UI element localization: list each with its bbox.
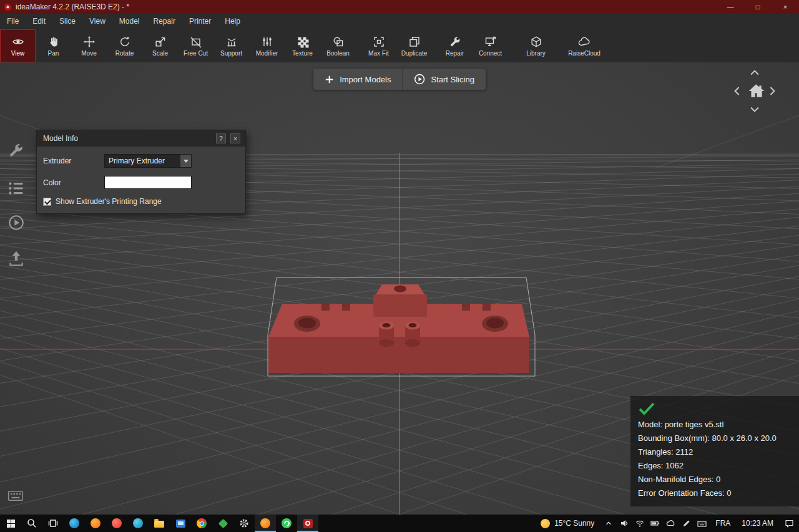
dialog-close-button[interactable]: × (230, 133, 240, 143)
tool-modifier[interactable]: Modifier (249, 29, 285, 62)
rotate-up-button[interactable] (747, 65, 763, 81)
pan-hand-icon (47, 36, 60, 48)
opera-icon (112, 518, 122, 528)
tool-duplicate[interactable]: Duplicate (396, 29, 432, 62)
taskbar-app-whatsapp[interactable] (276, 515, 297, 532)
menu-item-edit[interactable]: Edit (26, 14, 52, 29)
task-view-button[interactable] (42, 515, 64, 532)
language-indicator[interactable]: FRA (710, 519, 736, 528)
menu-item-printer[interactable]: Printer (182, 14, 218, 29)
search-button[interactable] (21, 515, 42, 532)
battery-button[interactable] (647, 515, 663, 532)
menu-item-view[interactable]: View (82, 14, 112, 29)
action-center-button[interactable] (779, 515, 799, 532)
taskbar-app-browser[interactable] (127, 515, 149, 532)
taskbar-app-firefox[interactable] (85, 515, 106, 532)
list-icon (7, 179, 26, 198)
model-3d[interactable] (268, 284, 529, 373)
tool-pan[interactable]: Pan (36, 29, 71, 62)
select-dropdown-arrow-icon[interactable] (180, 155, 191, 167)
dialog-title-bar[interactable]: Model Info ? × (37, 130, 245, 147)
notification-icon (785, 519, 794, 528)
show-hidden-icons-button[interactable] (600, 515, 616, 532)
tool-max-fit[interactable]: Max Fit (361, 29, 396, 62)
taskbar-app-file-explorer[interactable] (149, 515, 170, 532)
wifi-icon (635, 519, 644, 528)
taskbar-app-green[interactable] (212, 515, 233, 532)
model-list-button[interactable] (7, 179, 26, 198)
taskbar-app-firefox-active[interactable] (255, 515, 276, 532)
texture-checker-icon (297, 36, 309, 48)
menu-item-slice[interactable]: Slice (52, 14, 82, 29)
speaker-icon (620, 519, 629, 528)
duplicate-icon (408, 36, 421, 48)
menu-item-file[interactable]: File (0, 14, 26, 29)
touch-keyboard-button[interactable] (694, 515, 710, 532)
start-print-button[interactable] (7, 213, 26, 232)
windows-taskbar: 15°C Sunny FRA 10:23 (0, 515, 799, 532)
clock[interactable]: 10:23 AM (736, 519, 779, 528)
windows-logo-icon (6, 519, 16, 528)
start-button[interactable] (0, 515, 21, 532)
rotate-icon (119, 36, 131, 48)
rotate-down-button[interactable] (747, 101, 763, 117)
play-outline-icon (7, 213, 26, 232)
modifier-sliders-icon (261, 36, 273, 48)
dialog-help-button[interactable]: ? (216, 133, 226, 143)
tool-support[interactable]: Support (213, 29, 249, 62)
tool-scale[interactable]: Scale (142, 29, 178, 62)
extruder-color-swatch[interactable] (104, 176, 192, 189)
status-model-name: Model: porte tiges v5.stl (638, 418, 792, 432)
tool-boolean[interactable]: Boolean (320, 29, 356, 62)
ideamaker-icon (303, 519, 313, 528)
color-label: Color (43, 178, 104, 187)
tool-repair[interactable]: Repair (437, 29, 473, 62)
menu-item-help[interactable]: Help (218, 14, 247, 29)
status-bounding-box: Bounding Box(mm): 80.0 x 26.0 x 20.0 (638, 432, 792, 445)
tool-view[interactable]: View (0, 29, 36, 62)
taskbar-app-ideamaker-active[interactable] (297, 515, 318, 532)
keyboard-icon (7, 490, 24, 502)
home-view-button[interactable] (747, 81, 765, 101)
tool-raisecloud[interactable]: RaiseCloud (564, 29, 605, 62)
max-fit-icon (373, 36, 385, 48)
viewport[interactable]: Import Models Start Slicing (0, 62, 799, 515)
raisecloud-icon (578, 36, 591, 48)
menu-item-repair[interactable]: Repair (147, 14, 182, 29)
tool-library[interactable]: Library (518, 29, 554, 62)
rotate-left-button[interactable] (729, 83, 745, 99)
tool-move[interactable]: Move (71, 29, 107, 62)
pen-button[interactable] (679, 515, 694, 532)
minimize-button[interactable]: — (717, 0, 744, 14)
rotate-right-button[interactable] (764, 83, 780, 99)
extruder-select[interactable]: Primary Extruder (104, 154, 192, 168)
taskbar-app-opera[interactable] (106, 515, 127, 532)
start-slicing-button[interactable]: Start Slicing (403, 69, 486, 90)
library-hexagon-icon (530, 36, 542, 48)
taskbar-app-edge[interactable] (64, 515, 85, 532)
virtual-keyboard-button[interactable] (7, 490, 24, 502)
play-circle-icon (414, 74, 426, 85)
tool-connect[interactable]: Connect (473, 29, 508, 62)
weather-widget[interactable]: 15°C Sunny (534, 515, 600, 532)
import-models-button[interactable]: Import Models (313, 69, 402, 90)
status-error-faces: Error Orientation Faces: 0 (638, 486, 792, 500)
printer-settings-button[interactable] (7, 142, 26, 161)
tool-texture[interactable]: Texture (285, 29, 320, 62)
status-non-manifold: Non-Manifold Edges: 0 (638, 473, 792, 486)
taskbar-settings[interactable] (233, 515, 255, 532)
tool-rotate[interactable]: Rotate (107, 29, 142, 62)
menu-item-model[interactable]: Model (112, 14, 147, 29)
tool-free-cut[interactable]: Free Cut (178, 29, 213, 62)
show-printing-range-checkbox[interactable] (43, 198, 51, 206)
taskbar-app-blue-window[interactable] (170, 515, 191, 532)
check-icon (638, 401, 655, 416)
status-triangles: Triangles: 2112 (638, 445, 792, 459)
volume-button[interactable] (616, 515, 632, 532)
onedrive-button[interactable] (663, 515, 679, 532)
upload-button[interactable] (7, 249, 26, 268)
close-button[interactable]: × (772, 0, 799, 14)
maximize-button[interactable]: □ (744, 0, 772, 14)
taskbar-app-chrome[interactable] (191, 515, 212, 532)
network-button[interactable] (632, 515, 647, 532)
